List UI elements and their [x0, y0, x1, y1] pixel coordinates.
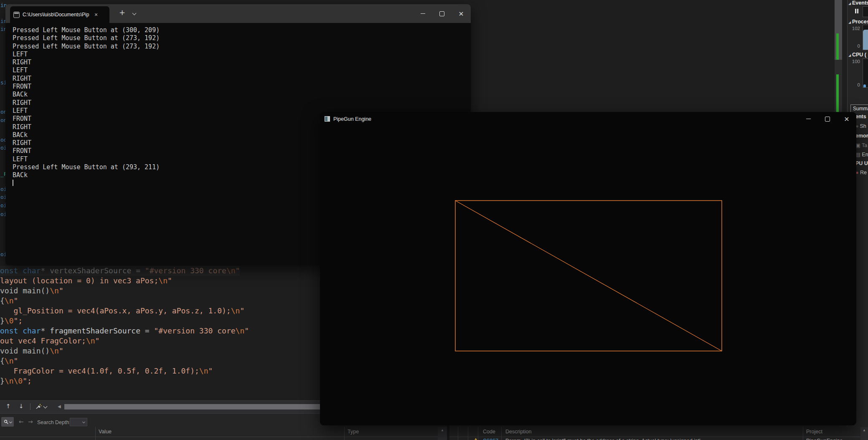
code-token: *: [41, 266, 50, 275]
console-line: FRONT: [13, 83, 471, 91]
scroll-up-icon[interactable]: ▲: [863, 428, 866, 432]
code-line: }\n\0";: [0, 376, 32, 386]
error-row[interactable]: ! C6067 Param. (2) in call to 'printf' m…: [449, 437, 868, 440]
code-token: \n\0: [5, 376, 23, 385]
expander-icon[interactable]: ◢: [848, 20, 851, 24]
error-code-link[interactable]: C6067: [483, 438, 498, 440]
maximize-icon: [825, 117, 830, 122]
diagnostic-summary-fragments: ents» Shemor▣ Ta▤ EnPU Us● Re: [855, 0, 868, 426]
chevron-down-icon[interactable]: [43, 404, 48, 409]
watch-column-value[interactable]: Value: [99, 429, 112, 435]
new-tab-button[interactable]: +: [119, 9, 125, 16]
code-line: FragColor = vec4(1.0f, 0.5f, 0.2f, 1.0f)…: [0, 366, 213, 376]
code-token: onst: [0, 326, 23, 335]
pipegun-titlebar[interactable]: PipeGun Engine: [320, 112, 856, 126]
code-token: *: [41, 326, 50, 335]
diagnostic-link[interactable]: ● Re: [855, 170, 867, 175]
console-line: Pressed Left Mouse Button at (273, 192): [13, 43, 471, 51]
code-token: ": [14, 356, 18, 365]
code-token: ": [168, 276, 172, 285]
code-token: char: [23, 326, 41, 335]
tab-dropdown-icon[interactable]: [132, 11, 137, 15]
column-divider[interactable]: [95, 427, 96, 440]
maximize-button[interactable]: [432, 4, 452, 23]
diagnostic-link[interactable]: ▤ En: [855, 151, 868, 158]
code-token: \n: [199, 366, 208, 375]
fragment-text: ents: [855, 114, 866, 120]
maximize-button[interactable]: [818, 112, 837, 126]
code-line: out vec4 FragColor;\n": [0, 336, 99, 346]
code-line: onst char* fragmentShaderSource = "#vers…: [0, 326, 249, 336]
watch-scrollbar[interactable]: ▲: [438, 427, 447, 440]
code-token: \n: [86, 336, 95, 345]
tab-close-icon[interactable]: ×: [94, 12, 98, 18]
pipegun-window-title: PipeGun Engine: [333, 116, 371, 122]
warning-icon: !: [473, 438, 479, 440]
errorlist-column-project[interactable]: Project: [806, 429, 822, 435]
fragment-text: ▣: [855, 142, 862, 148]
console-line: LEFT: [13, 66, 471, 74]
code-token: \n: [226, 266, 236, 275]
console-line: BACk: [13, 91, 471, 99]
search-depth-label: Search Depth:: [37, 420, 71, 425]
code-token: }: [0, 376, 5, 385]
console-line: RIGHT: [13, 58, 471, 66]
terminal-tab[interactable]: C:\Users\luisb\Documents\Pip ×: [10, 6, 109, 23]
toolbar-divider: [30, 403, 30, 410]
watch-column-type[interactable]: Type: [348, 429, 359, 435]
console-line: Pressed Left Mouse Button at (300, 209): [13, 26, 471, 34]
terminal-titlebar[interactable]: C:\Users\luisb\Documents\Pip × + ×: [5, 4, 471, 23]
diagnostic-link[interactable]: » Sh: [855, 123, 866, 129]
scroll-up-icon[interactable]: ▲: [441, 428, 444, 432]
code-token: out vec4 FragColor;: [0, 336, 86, 345]
minimize-button[interactable]: [799, 112, 818, 126]
scroll-left-icon[interactable]: ◀: [58, 404, 61, 409]
expander-icon[interactable]: ◢: [848, 53, 851, 57]
close-button[interactable]: ×: [837, 112, 856, 126]
minimize-button[interactable]: [413, 4, 432, 23]
app-window-icon: [325, 116, 330, 122]
search-forward-icon[interactable]: →: [28, 418, 33, 425]
console-line: LEFT: [13, 51, 471, 58]
code-token: "#version 330 core: [154, 326, 236, 335]
navigate-down-icon[interactable]: ↓: [19, 403, 24, 409]
console-line: Pressed Left Mouse Button at (273, 192): [13, 34, 471, 42]
fragment-text: Re: [860, 170, 867, 175]
console-line: RIGHT: [13, 75, 471, 83]
code-line: void main()\n": [0, 286, 63, 296]
errorlist-column-code[interactable]: Code: [483, 429, 495, 435]
code-token: ": [59, 346, 63, 355]
code-token: ": [95, 336, 100, 345]
code-cleanup-broom-icon[interactable]: [35, 403, 42, 412]
errorlist-column-description[interactable]: Description: [505, 429, 532, 435]
search-back-icon[interactable]: ←: [19, 418, 24, 425]
fragment-text: En: [862, 152, 868, 158]
code-token: \n: [5, 356, 14, 365]
search-depth-dropdown[interactable]: [70, 418, 87, 426]
horizontal-scrollbar-thumb[interactable]: [64, 404, 332, 409]
pipegun-engine-window[interactable]: PipeGun Engine ×: [320, 112, 856, 425]
search-icon: [4, 420, 9, 425]
close-button[interactable]: ×: [452, 4, 471, 23]
scrollbar-saved-change-mark: [836, 33, 839, 60]
code-token: {: [0, 296, 5, 305]
close-icon: ×: [458, 10, 464, 17]
code-token: ": [236, 266, 240, 275]
code-token: vertexShaderSource: [50, 266, 136, 275]
errorlist-scrollbar[interactable]: ▲: [860, 427, 868, 440]
code-token: ": [244, 326, 249, 335]
code-token: void main(): [0, 286, 50, 295]
column-divider[interactable]: [344, 427, 345, 440]
code-token: ";: [14, 316, 23, 325]
expander-icon[interactable]: ◢: [848, 2, 851, 5]
header-divider: [0, 437, 447, 437]
navigate-up-icon[interactable]: ↑: [6, 403, 11, 409]
terminal-cursor: [13, 180, 13, 186]
code-token: \n: [158, 276, 168, 285]
fragment-text: ▤: [855, 152, 862, 158]
code-token: \n: [5, 296, 14, 305]
code-token: =: [145, 326, 154, 335]
watch-search-button[interactable]: [1, 417, 14, 427]
code-token: \n: [50, 346, 59, 355]
diagnostic-link[interactable]: ▣ Ta: [855, 142, 867, 148]
